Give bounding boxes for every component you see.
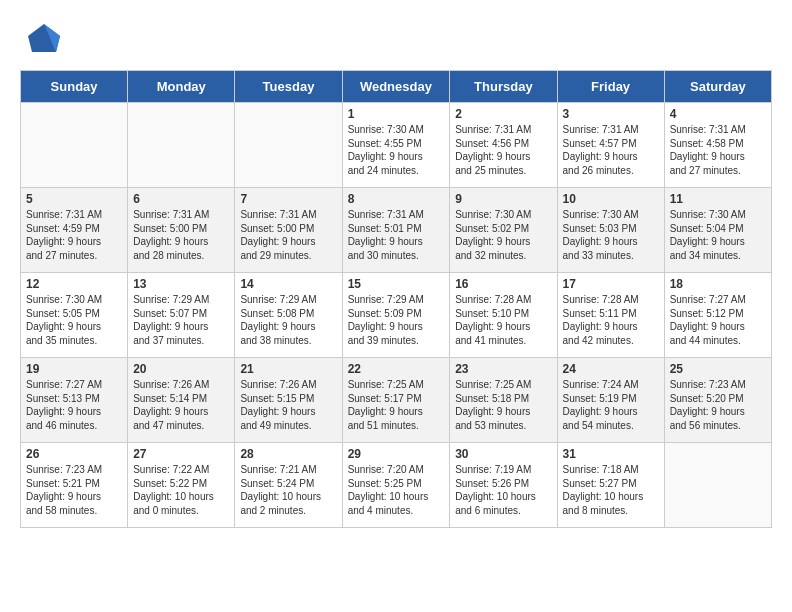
calendar-cell: 16Sunrise: 7:28 AM Sunset: 5:10 PM Dayli… (450, 273, 557, 358)
day-number: 16 (455, 277, 551, 291)
day-info: Sunrise: 7:23 AM Sunset: 5:21 PM Dayligh… (26, 463, 122, 517)
day-info: Sunrise: 7:23 AM Sunset: 5:20 PM Dayligh… (670, 378, 766, 432)
day-number: 11 (670, 192, 766, 206)
weekday-header-tuesday: Tuesday (235, 71, 342, 103)
day-info: Sunrise: 7:26 AM Sunset: 5:15 PM Dayligh… (240, 378, 336, 432)
day-info: Sunrise: 7:30 AM Sunset: 4:55 PM Dayligh… (348, 123, 445, 177)
calendar-cell: 29Sunrise: 7:20 AM Sunset: 5:25 PM Dayli… (342, 443, 450, 528)
calendar-cell (664, 443, 771, 528)
calendar-week-row: 5Sunrise: 7:31 AM Sunset: 4:59 PM Daylig… (21, 188, 772, 273)
calendar-cell: 15Sunrise: 7:29 AM Sunset: 5:09 PM Dayli… (342, 273, 450, 358)
calendar-cell: 27Sunrise: 7:22 AM Sunset: 5:22 PM Dayli… (128, 443, 235, 528)
day-number: 3 (563, 107, 659, 121)
day-info: Sunrise: 7:30 AM Sunset: 5:05 PM Dayligh… (26, 293, 122, 347)
day-info: Sunrise: 7:18 AM Sunset: 5:27 PM Dayligh… (563, 463, 659, 517)
day-info: Sunrise: 7:20 AM Sunset: 5:25 PM Dayligh… (348, 463, 445, 517)
day-info: Sunrise: 7:29 AM Sunset: 5:08 PM Dayligh… (240, 293, 336, 347)
day-number: 9 (455, 192, 551, 206)
calendar-cell: 8Sunrise: 7:31 AM Sunset: 5:01 PM Daylig… (342, 188, 450, 273)
calendar-cell: 1Sunrise: 7:30 AM Sunset: 4:55 PM Daylig… (342, 103, 450, 188)
calendar-week-row: 26Sunrise: 7:23 AM Sunset: 5:21 PM Dayli… (21, 443, 772, 528)
calendar-cell: 25Sunrise: 7:23 AM Sunset: 5:20 PM Dayli… (664, 358, 771, 443)
day-number: 18 (670, 277, 766, 291)
calendar-cell: 18Sunrise: 7:27 AM Sunset: 5:12 PM Dayli… (664, 273, 771, 358)
weekday-header-wednesday: Wednesday (342, 71, 450, 103)
day-number: 6 (133, 192, 229, 206)
calendar-cell: 3Sunrise: 7:31 AM Sunset: 4:57 PM Daylig… (557, 103, 664, 188)
logo-icon (20, 20, 60, 60)
calendar-cell: 23Sunrise: 7:25 AM Sunset: 5:18 PM Dayli… (450, 358, 557, 443)
day-number: 20 (133, 362, 229, 376)
calendar-week-row: 19Sunrise: 7:27 AM Sunset: 5:13 PM Dayli… (21, 358, 772, 443)
day-number: 10 (563, 192, 659, 206)
day-number: 5 (26, 192, 122, 206)
day-number: 25 (670, 362, 766, 376)
weekday-header-sunday: Sunday (21, 71, 128, 103)
page-header (20, 20, 772, 60)
day-info: Sunrise: 7:19 AM Sunset: 5:26 PM Dayligh… (455, 463, 551, 517)
day-number: 12 (26, 277, 122, 291)
calendar-table: SundayMondayTuesdayWednesdayThursdayFrid… (20, 70, 772, 528)
calendar-cell: 9Sunrise: 7:30 AM Sunset: 5:02 PM Daylig… (450, 188, 557, 273)
calendar-cell: 14Sunrise: 7:29 AM Sunset: 5:08 PM Dayli… (235, 273, 342, 358)
calendar-cell: 2Sunrise: 7:31 AM Sunset: 4:56 PM Daylig… (450, 103, 557, 188)
day-number: 30 (455, 447, 551, 461)
calendar-cell: 10Sunrise: 7:30 AM Sunset: 5:03 PM Dayli… (557, 188, 664, 273)
calendar-cell: 4Sunrise: 7:31 AM Sunset: 4:58 PM Daylig… (664, 103, 771, 188)
day-number: 2 (455, 107, 551, 121)
day-info: Sunrise: 7:31 AM Sunset: 5:01 PM Dayligh… (348, 208, 445, 262)
calendar-cell: 20Sunrise: 7:26 AM Sunset: 5:14 PM Dayli… (128, 358, 235, 443)
calendar-cell (21, 103, 128, 188)
day-number: 19 (26, 362, 122, 376)
calendar-cell (235, 103, 342, 188)
weekday-header-saturday: Saturday (664, 71, 771, 103)
calendar-cell: 21Sunrise: 7:26 AM Sunset: 5:15 PM Dayli… (235, 358, 342, 443)
calendar-cell: 11Sunrise: 7:30 AM Sunset: 5:04 PM Dayli… (664, 188, 771, 273)
calendar-cell: 31Sunrise: 7:18 AM Sunset: 5:27 PM Dayli… (557, 443, 664, 528)
day-info: Sunrise: 7:25 AM Sunset: 5:17 PM Dayligh… (348, 378, 445, 432)
day-number: 4 (670, 107, 766, 121)
day-info: Sunrise: 7:27 AM Sunset: 5:13 PM Dayligh… (26, 378, 122, 432)
day-number: 23 (455, 362, 551, 376)
day-info: Sunrise: 7:31 AM Sunset: 4:58 PM Dayligh… (670, 123, 766, 177)
weekday-header-friday: Friday (557, 71, 664, 103)
day-info: Sunrise: 7:31 AM Sunset: 5:00 PM Dayligh… (133, 208, 229, 262)
calendar-cell: 19Sunrise: 7:27 AM Sunset: 5:13 PM Dayli… (21, 358, 128, 443)
calendar-header-row: SundayMondayTuesdayWednesdayThursdayFrid… (21, 71, 772, 103)
day-number: 8 (348, 192, 445, 206)
logo (20, 20, 64, 60)
weekday-header-monday: Monday (128, 71, 235, 103)
weekday-header-thursday: Thursday (450, 71, 557, 103)
day-number: 14 (240, 277, 336, 291)
day-number: 17 (563, 277, 659, 291)
day-info: Sunrise: 7:31 AM Sunset: 4:59 PM Dayligh… (26, 208, 122, 262)
calendar-cell: 24Sunrise: 7:24 AM Sunset: 5:19 PM Dayli… (557, 358, 664, 443)
calendar-cell: 26Sunrise: 7:23 AM Sunset: 5:21 PM Dayli… (21, 443, 128, 528)
day-info: Sunrise: 7:27 AM Sunset: 5:12 PM Dayligh… (670, 293, 766, 347)
calendar-cell: 12Sunrise: 7:30 AM Sunset: 5:05 PM Dayli… (21, 273, 128, 358)
calendar-week-row: 1Sunrise: 7:30 AM Sunset: 4:55 PM Daylig… (21, 103, 772, 188)
day-info: Sunrise: 7:25 AM Sunset: 5:18 PM Dayligh… (455, 378, 551, 432)
day-info: Sunrise: 7:29 AM Sunset: 5:09 PM Dayligh… (348, 293, 445, 347)
day-info: Sunrise: 7:28 AM Sunset: 5:11 PM Dayligh… (563, 293, 659, 347)
day-info: Sunrise: 7:28 AM Sunset: 5:10 PM Dayligh… (455, 293, 551, 347)
calendar-cell: 30Sunrise: 7:19 AM Sunset: 5:26 PM Dayli… (450, 443, 557, 528)
calendar-cell: 6Sunrise: 7:31 AM Sunset: 5:00 PM Daylig… (128, 188, 235, 273)
calendar-cell: 22Sunrise: 7:25 AM Sunset: 5:17 PM Dayli… (342, 358, 450, 443)
day-info: Sunrise: 7:26 AM Sunset: 5:14 PM Dayligh… (133, 378, 229, 432)
calendar-cell: 7Sunrise: 7:31 AM Sunset: 5:00 PM Daylig… (235, 188, 342, 273)
day-info: Sunrise: 7:24 AM Sunset: 5:19 PM Dayligh… (563, 378, 659, 432)
day-number: 15 (348, 277, 445, 291)
day-number: 29 (348, 447, 445, 461)
day-number: 21 (240, 362, 336, 376)
day-info: Sunrise: 7:22 AM Sunset: 5:22 PM Dayligh… (133, 463, 229, 517)
calendar-week-row: 12Sunrise: 7:30 AM Sunset: 5:05 PM Dayli… (21, 273, 772, 358)
calendar-cell (128, 103, 235, 188)
day-number: 22 (348, 362, 445, 376)
day-number: 24 (563, 362, 659, 376)
day-number: 7 (240, 192, 336, 206)
day-number: 28 (240, 447, 336, 461)
day-number: 13 (133, 277, 229, 291)
day-number: 1 (348, 107, 445, 121)
day-info: Sunrise: 7:30 AM Sunset: 5:03 PM Dayligh… (563, 208, 659, 262)
